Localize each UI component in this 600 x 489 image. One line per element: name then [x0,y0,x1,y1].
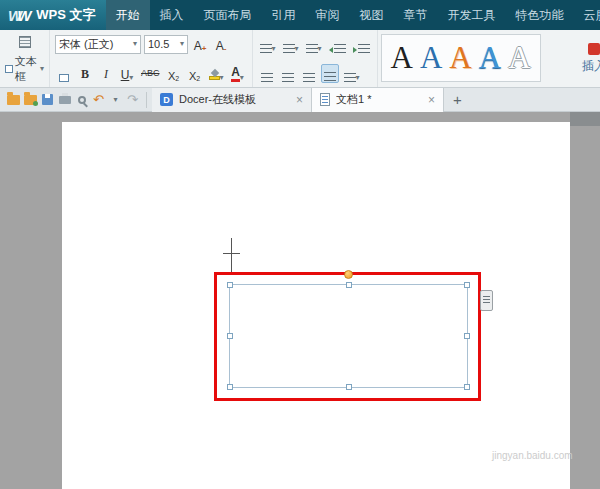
chevron-down-icon: ▾ [180,40,184,48]
multilevel-list-button[interactable]: ▾ [304,35,324,54]
print-button[interactable] [56,91,73,108]
textbox-selection[interactable] [229,284,468,388]
resize-handle-n[interactable] [346,282,352,288]
align-left-button[interactable] [258,64,276,83]
resize-handle-sw[interactable] [227,384,233,390]
menu-tab-review[interactable]: 审阅 [306,0,350,30]
align-right-icon [303,73,315,82]
bullet-list-button[interactable]: ▾ [258,35,278,54]
strikethrough-button[interactable]: ABC [139,64,162,83]
resize-handle-nw[interactable] [227,282,233,288]
font-color-letter: A [231,66,240,82]
menu-tab-developer[interactable]: 开发工具 [438,0,506,30]
new-tab-button[interactable]: + [444,91,471,108]
wordart-style-2[interactable]: A [420,36,442,80]
font-name-select[interactable]: 宋体 (正文) ▾ [55,35,141,54]
increase-indent-button[interactable] [351,35,372,54]
textbox-icon [5,65,13,73]
textbox-button[interactable]: 文本框 ▾ [5,54,44,84]
wordart-style-1[interactable]: A [391,36,413,80]
titlebar: W W WPS 文字 开始 插入 页面布局 引用 审阅 视图 章节 开发工具 特… [0,0,600,30]
underline-button[interactable]: U ▾ [118,64,136,83]
italic-button[interactable]: I [97,64,115,83]
line-spacing-button[interactable]: ▾ [342,64,362,83]
font-size-select[interactable]: 10.5 ▾ [144,35,188,54]
chevron-down-icon: ▾ [129,74,133,82]
save-button[interactable] [39,91,56,108]
align-right-button[interactable] [300,64,318,83]
font-color-button[interactable]: A ▾ [229,64,247,83]
format-painter-button[interactable] [55,64,73,83]
subscript-button[interactable]: X2 [186,64,204,83]
menu-tab-special-features[interactable]: 特色功能 [506,0,574,30]
tab-docer-templates[interactable]: D Docer-在线模板 × [152,88,312,112]
menu-tab-view[interactable]: 视图 [350,0,394,30]
undo-button[interactable]: ↶ [90,91,107,108]
text-cursor-crosshair [223,253,240,254]
ribbon-group-font: 宋体 (正文) ▾ 10.5 ▾ A+ A- B I [50,30,253,87]
new-from-template-button[interactable] [22,91,39,108]
superscript-button[interactable]: X2 [165,64,183,83]
print-icon [59,96,71,104]
redo-icon: ↷ [127,93,138,106]
chevron-down-icon: ▾ [356,74,360,82]
chevron-down-icon: ▾ [113,96,117,104]
resize-handle-ne[interactable] [464,282,470,288]
tab-label: Docer-在线模板 [179,92,290,107]
font-name-value: 宋体 (正文) [59,37,113,52]
number-list-icon [283,44,295,53]
ribbon: 文本框 ▾ 宋体 (正文) ▾ 10.5 ▾ A+ A- [0,30,600,88]
resize-handle-e[interactable] [464,333,470,339]
redo-button[interactable]: ↷ [124,91,141,108]
insert-wordart-button[interactable]: 插入 [572,30,600,87]
subscript-mark: 2 [196,75,200,82]
text-cursor-crosshair [231,238,232,272]
close-tab-icon[interactable]: × [296,94,303,106]
number-list-button[interactable]: ▾ [281,35,301,54]
chevron-down-icon: ▾ [295,45,299,53]
highlight-color-button[interactable]: ▾ [207,64,226,83]
bold-button[interactable]: B [76,64,94,83]
chevron-down-icon: ▾ [318,45,322,53]
ribbon-group-textbox: 文本框 ▾ [0,30,50,87]
resize-handle-s[interactable] [346,384,352,390]
menu-tab-insert[interactable]: 插入 [150,0,194,30]
shrink-font-button[interactable]: A- [212,35,230,54]
close-tab-icon[interactable]: × [428,94,435,106]
layout-options-button[interactable] [480,290,493,311]
undo-dropdown-button[interactable]: ▾ [107,91,124,108]
superscript-mark: 2 [175,75,179,82]
menu-tab-page-layout[interactable]: 页面布局 [194,0,262,30]
resize-handle-w[interactable] [227,333,233,339]
line-spacing-icon [344,73,356,82]
justify-button[interactable] [321,64,339,83]
chevron-down-icon: ▾ [272,45,276,53]
align-center-button[interactable] [279,64,297,83]
docer-icon: D [160,93,173,106]
menu-bar: 开始 插入 页面布局 引用 审阅 视图 章节 开发工具 特色功能 云服务 [106,0,600,30]
document-area[interactable]: jingyan.baidu.com [0,112,600,489]
wordart-style-4[interactable]: A [479,36,501,80]
decrease-indent-button[interactable] [327,35,348,54]
print-preview-button[interactable] [73,91,90,108]
wps-logo[interactable]: W W WPS 文字 [0,0,106,30]
chevron-down-icon: ▾ [240,74,244,82]
wordart-style-3[interactable]: A [449,36,471,80]
menu-tab-references[interactable]: 引用 [262,0,306,30]
wordart-style-5[interactable]: A [508,36,530,80]
grow-font-button[interactable]: A+ [191,35,209,54]
menu-tab-section[interactable]: 章节 [394,0,438,30]
tab-document1[interactable]: 文档1 * × [312,88,444,112]
open-file-button[interactable] [5,91,22,108]
menu-tab-cloud[interactable]: 云服务 [574,0,600,30]
text-direction-button[interactable] [15,33,35,51]
format-painter-icon [59,74,69,82]
app-name: WPS 文字 [36,6,95,24]
rotation-handle[interactable] [344,270,353,279]
subscript-letter: X [189,70,196,82]
menu-tab-home[interactable]: 开始 [106,0,150,30]
underline-letter: U [121,68,130,82]
resize-handle-se[interactable] [464,384,470,390]
insert-wordart-label: 插入 [582,58,600,75]
scroll-corner [570,112,600,126]
